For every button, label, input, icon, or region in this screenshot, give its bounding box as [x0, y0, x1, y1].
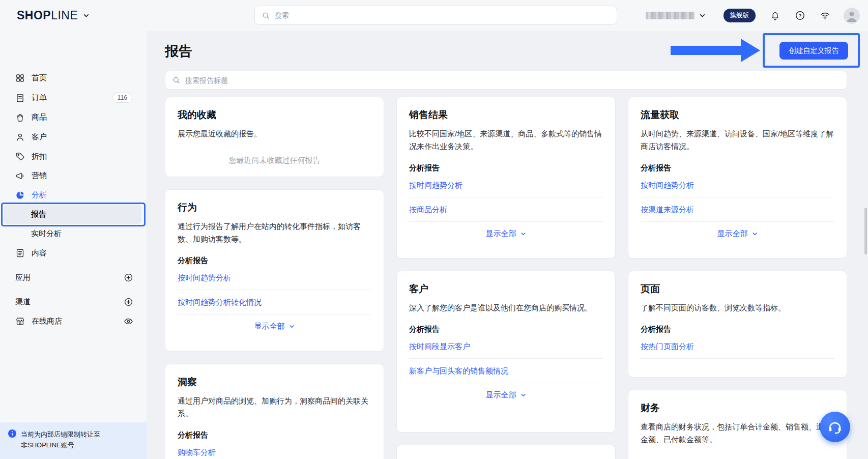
card-title: 财务: [641, 401, 834, 415]
search-icon: [262, 11, 270, 20]
create-custom-report-button[interactable]: 创建自定义报告: [779, 42, 848, 60]
sidebar-item-label: 客户: [32, 132, 47, 142]
report-search[interactable]: [165, 71, 847, 90]
report-card-finance: 财务 查看商店的财务状况，包括订单合计金额、销售额、退款金额、已付款金额等。: [628, 390, 847, 459]
page-title: 报告: [165, 42, 192, 61]
store-chevron-down-icon[interactable]: [699, 12, 706, 19]
report-link[interactable]: 按时间趋势分析: [641, 173, 834, 197]
report-link[interactable]: 按时间段显示客户: [409, 334, 603, 359]
cards-column-3: 流量获取 从时间趋势、来源渠道、访问设备、国家/地区等维度了解商店访客情况。 分…: [628, 97, 847, 459]
help-icon[interactable]: ?: [795, 10, 805, 21]
card-section-label: 分析报告: [178, 256, 371, 266]
sidebar-item-products[interactable]: 商品: [0, 107, 147, 127]
sidebar-item-label: 实时分析: [31, 229, 62, 239]
cards-column-2: 销售结果 比较不同国家/地区、来源渠道、商品、多款式等的销售情况来作出业务决策。…: [396, 97, 616, 459]
card-desc: 深入了解您的客户是谁以及他们在您商店的购买情况。: [409, 302, 603, 314]
add-channel-plus-icon[interactable]: [124, 297, 133, 307]
sidebar-item-realtime-analytics[interactable]: 实时分析: [0, 224, 147, 243]
sidebar-item-channels[interactable]: 渠道: [0, 292, 147, 311]
sidebar-item-home[interactable]: 首页: [0, 68, 147, 88]
topbar-right: 旗舰版 ?: [646, 0, 860, 31]
sidebar-item-label: 营销: [32, 171, 47, 181]
global-search[interactable]: [254, 6, 617, 25]
report-card-partial: [396, 445, 616, 459]
sidebar-item-orders[interactable]: 订单 116: [0, 88, 147, 107]
show-all-button[interactable]: 显示全部: [409, 229, 603, 239]
report-link[interactable]: 按渠道来源分析: [641, 197, 834, 222]
report-link[interactable]: 购物车分析: [178, 440, 371, 459]
card-desc: 比较不同国家/地区、来源渠道、商品、多款式等的销售情况来作出业务决策。: [409, 128, 603, 153]
report-link[interactable]: 按时间趋势分析: [178, 266, 371, 290]
eye-icon[interactable]: [124, 317, 133, 326]
sidebar-item-analytics[interactable]: 分析: [0, 185, 147, 205]
sidebar-item-label: 折扣: [32, 152, 47, 161]
show-all-button[interactable]: 显示全部: [178, 322, 371, 331]
card-section-label: 分析报告: [409, 163, 603, 173]
report-card-sales: 销售结果 比较不同国家/地区、来源渠道、商品、多款式等的销售情况来作出业务决策。…: [396, 97, 616, 259]
orders-icon: [15, 93, 25, 103]
notifications-bell-icon[interactable]: [770, 10, 780, 21]
global-search-input[interactable]: [275, 11, 610, 19]
report-link[interactable]: 按商品分析: [409, 197, 603, 222]
report-link[interactable]: 按热门页面分析: [641, 334, 834, 359]
logo-text-bold: SHOP: [17, 9, 51, 22]
sidebar-group-label: 渠道: [15, 297, 31, 307]
card-section-label: 分析报告: [409, 325, 603, 334]
card-desc: 展示您最近收藏的报告。: [178, 128, 371, 140]
sidebar-item-online-store[interactable]: 在线商店: [0, 311, 147, 331]
plan-badge: 旗舰版: [724, 9, 756, 22]
show-all-button[interactable]: 显示全部: [641, 229, 834, 239]
chevron-down-icon: [520, 231, 527, 237]
sidebar-item-label: 报告: [31, 210, 46, 219]
card-title: 客户: [409, 282, 603, 296]
card-section-label: 分析报告: [641, 325, 834, 334]
sidebar-item-customers[interactable]: 客户: [0, 127, 147, 147]
customers-icon: [15, 132, 25, 142]
notice-text: 当前为内部店铺限制转让至非SHOPLINE账号: [21, 429, 102, 451]
svg-text:?: ?: [799, 13, 802, 18]
document-icon: [15, 248, 25, 258]
storefront-icon: [15, 317, 25, 326]
add-app-plus-icon[interactable]: [124, 273, 133, 282]
card-desc: 通过行为报告了解用户在站内的转化事件指标，如访客数、加购访客数等。: [178, 220, 371, 246]
sidebar-item-marketing[interactable]: 营销: [0, 166, 147, 185]
wifi-icon[interactable]: [820, 10, 830, 21]
report-link[interactable]: 按时间趋势分析转化情况: [178, 290, 371, 314]
report-link[interactable]: 新客户与回头客的销售额情况: [409, 359, 603, 383]
card-desc: 查看商店的财务状况，包括订单合计金额、销售额、退款金额、已付款金额等。: [641, 421, 834, 446]
chevron-down-icon: [520, 392, 527, 398]
topbar: SHOPLINE 旗舰版 ?: [0, 0, 868, 31]
card-title: 流量获取: [641, 108, 834, 122]
search-icon: [172, 76, 181, 84]
card-title: 页面: [641, 282, 834, 296]
show-all-button[interactable]: 显示全部: [409, 390, 603, 400]
report-card-customers: 客户 深入了解您的客户是谁以及他们在您商店的购买情况。 分析报告 按时间段显示客…: [396, 271, 616, 433]
store-name-redacted[interactable]: [646, 12, 695, 19]
scrollbar-thumb[interactable]: [864, 208, 867, 254]
sidebar-item-label: 订单: [32, 93, 47, 103]
report-link[interactable]: 按时间趋势分析: [409, 173, 603, 197]
sidebar-item-reports[interactable]: 报告: [4, 205, 141, 224]
report-search-input[interactable]: [185, 76, 840, 84]
megaphone-icon: [15, 171, 25, 181]
sidebar-item-label: 首页: [32, 73, 47, 83]
card-desc: 从时间趋势、来源渠道、访问设备、国家/地区等维度了解商店访客情况。: [641, 128, 834, 153]
shopline-logo[interactable]: SHOPLINE: [17, 9, 90, 22]
card-title: 行为: [178, 201, 371, 214]
avatar[interactable]: [844, 8, 860, 24]
logo-chevron-down-icon: [82, 12, 90, 19]
sidebar-item-content[interactable]: 内容: [0, 243, 147, 263]
sidebar: 首页 订单 116 商品 客户 折扣 营销 分析 报告 实时分析 内容 应用: [0, 31, 147, 459]
sidebar-item-apps[interactable]: 应用: [0, 268, 147, 287]
chevron-down-icon: [288, 323, 295, 330]
report-card-favorites: 我的收藏 展示您最近收藏的报告。 您最近尚未收藏过任何报告: [165, 97, 384, 177]
support-chat-button[interactable]: [820, 412, 850, 442]
annotation-arrow: [671, 38, 760, 63]
orders-count-badge: 116: [112, 93, 132, 103]
discount-tag-icon: [15, 152, 25, 161]
sidebar-item-discounts[interactable]: 折扣: [0, 147, 147, 166]
logo-text-light: LINE: [51, 9, 78, 22]
products-icon: [15, 112, 25, 122]
home-icon: [15, 73, 25, 83]
card-title: 销售结果: [409, 108, 603, 122]
